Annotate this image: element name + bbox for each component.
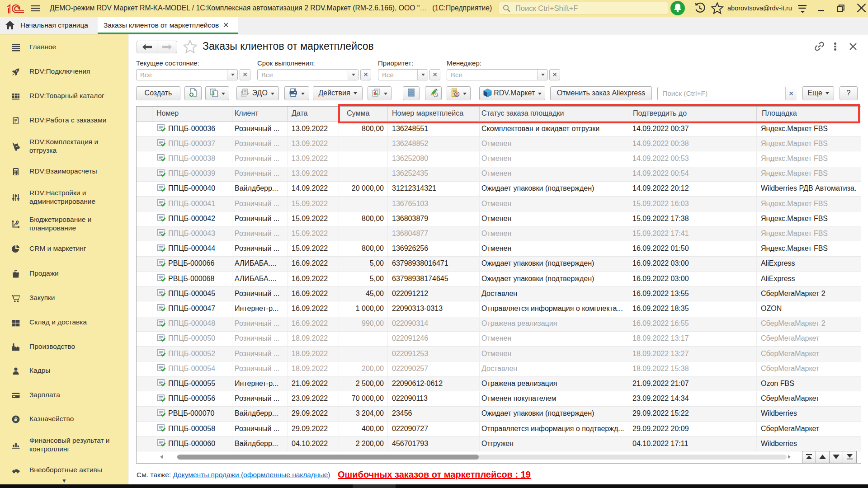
svg-text:₽: ₽ xyxy=(14,417,18,422)
svg-text:₽: ₽ xyxy=(17,221,19,224)
